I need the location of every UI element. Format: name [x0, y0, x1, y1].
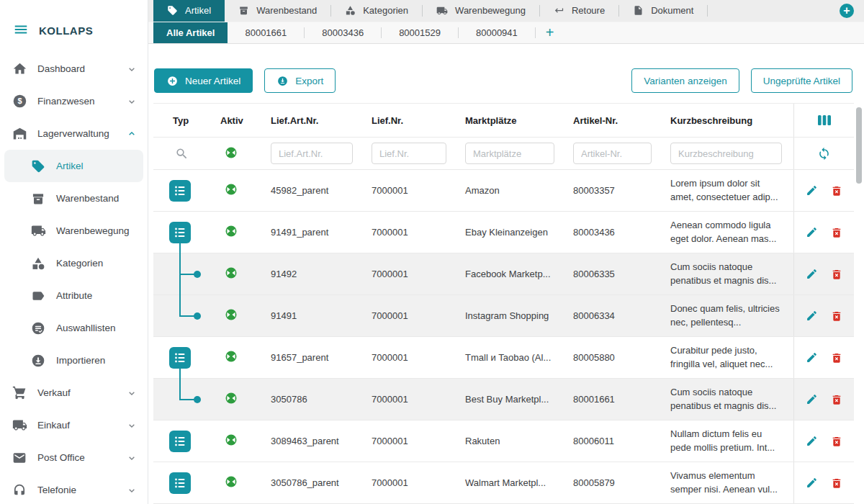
sidebar: KOLLAPS Dashboard $ Finanzwesen Lagerver…	[0, 0, 148, 504]
filter-artikel-nr-input[interactable]	[573, 143, 652, 164]
article-type-list-icon[interactable]	[169, 180, 191, 202]
tab-warenbestand[interactable]: Warenbestand	[225, 0, 330, 22]
table-row[interactable]: 3089463_parent 7000001 Rakuten 80006011 …	[153, 420, 854, 462]
active-status-icon[interactable]	[225, 225, 238, 240]
table-row[interactable]: 45982_parent 7000001 Amazon 80003357 Lor…	[153, 170, 854, 212]
delete-trash-icon[interactable]	[831, 352, 842, 364]
edit-pencil-icon[interactable]	[806, 351, 818, 364]
active-status-icon[interactable]	[225, 350, 238, 365]
edit-pencil-icon[interactable]	[806, 184, 818, 197]
add-article-tab-button[interactable]: +	[536, 24, 564, 41]
tab-retoure[interactable]: Retoure	[540, 0, 618, 22]
chevron-down-icon	[126, 63, 138, 75]
cell-marktplatz: Amazon	[458, 185, 566, 196]
tab-kategorien[interactable]: Kategorien	[331, 0, 422, 22]
cell-marktplatz: Facebook Marketp...	[458, 269, 566, 279]
active-filter-icon[interactable]	[225, 146, 238, 161]
export-button[interactable]: Export	[264, 68, 336, 93]
edit-pencil-icon[interactable]	[806, 310, 818, 322]
edit-pencil-icon[interactable]	[806, 393, 818, 405]
sidebar-item-post-office[interactable]: Post Office	[0, 441, 148, 474]
filter-kurzbeschreibung-input[interactable]	[670, 143, 782, 164]
sidebar-item-finanzwesen[interactable]: $ Finanzwesen	[0, 85, 148, 117]
table-row[interactable]: 91492 7000001 Facebook Marketp... 800063…	[153, 253, 854, 295]
edit-pencil-icon[interactable]	[806, 268, 818, 280]
cell-lief-nr: 7000001	[364, 227, 458, 238]
table-row[interactable]: 91657_parent 7000001 Tmall и Taobao (Al.…	[153, 337, 854, 379]
sidebar-item-warenbestand[interactable]: Warenbestand	[0, 182, 148, 215]
tree-branch-connector	[179, 315, 194, 317]
sidebar-item-lagerverwaltung[interactable]: Lagerverwaltung	[0, 117, 148, 150]
sidebar-item-importieren[interactable]: Importieren	[0, 344, 148, 377]
active-status-icon[interactable]	[225, 308, 238, 323]
delete-trash-icon[interactable]	[831, 436, 842, 447]
active-status-icon[interactable]	[225, 183, 238, 198]
sidebar-item-label: Einkauf	[37, 420, 116, 431]
table-row[interactable]: 3050786_parent 7000001 Walmart Marketpl.…	[153, 462, 854, 504]
new-article-button[interactable]: Neuer Artikel	[154, 68, 253, 93]
cell-kurzbeschreibung: Cum sociis natoque penatibus et magnis d…	[663, 254, 793, 294]
sidebar-item-attribute[interactable]: Attribute	[0, 279, 148, 312]
column-header-marktplaetze[interactable]: Marktplätze	[458, 115, 566, 126]
add-module-tab-button[interactable]: +	[840, 4, 854, 18]
filter-marktplaetze-input[interactable]	[465, 143, 554, 164]
delete-trash-icon[interactable]	[831, 394, 842, 405]
chevron-down-icon	[126, 452, 138, 464]
delete-trash-icon[interactable]	[831, 185, 842, 197]
tag-icon	[30, 158, 46, 174]
tab-label: Kategorien	[363, 5, 408, 16]
edit-pencil-icon[interactable]	[806, 477, 818, 489]
delete-trash-icon[interactable]	[831, 269, 842, 280]
active-status-icon[interactable]	[225, 392, 238, 407]
filter-lief-nr-input[interactable]	[372, 143, 446, 164]
tab-warenbewegung[interactable]: Warenbewegung	[423, 0, 539, 22]
sidebar-item-telefonie[interactable]: Telefonie	[0, 474, 148, 504]
column-header-lief-art-nr[interactable]: Lief.Art.Nr.	[264, 115, 364, 126]
button-label: Export	[295, 76, 323, 86]
column-header-kurzbeschreibung[interactable]: Kurzbeschreibung	[663, 115, 793, 126]
show-variants-button[interactable]: Varianten anzeigen	[631, 68, 739, 93]
sidebar-item-artikel[interactable]: Artikel	[4, 150, 143, 182]
sidebar-item-warenbewegung[interactable]: Warenbewegung	[0, 215, 148, 247]
table-row[interactable]: 91491 7000001 Instagram Shopping 8000633…	[153, 295, 854, 337]
tab-article-80000941[interactable]: 80000941	[459, 22, 535, 44]
delete-trash-icon[interactable]	[831, 310, 842, 322]
columns-icon[interactable]	[817, 114, 832, 127]
shapes-icon	[345, 5, 356, 16]
article-type-list-icon[interactable]	[169, 222, 191, 243]
tab-dokument[interactable]: Dokument	[619, 0, 707, 22]
edit-pencil-icon[interactable]	[806, 226, 818, 238]
column-header-artikel-nr[interactable]: Artikel-Nr.	[566, 115, 663, 126]
sidebar-item-auswahllisten[interactable]: Auswahllisten	[0, 312, 148, 344]
search-icon[interactable]	[175, 147, 189, 161]
filter-lief-art-nr-input[interactable]	[271, 143, 353, 164]
column-header-lief-nr[interactable]: Lief.Nr.	[364, 115, 458, 126]
tab-article-80003436[interactable]: 80003436	[305, 22, 381, 44]
article-type-list-icon[interactable]	[169, 347, 191, 369]
column-header-typ[interactable]: Typ	[153, 115, 216, 126]
tab-alle-artikel[interactable]: Alle Artikel	[153, 22, 228, 44]
column-header-aktiv[interactable]: Aktiv	[216, 115, 264, 126]
delete-trash-icon[interactable]	[831, 477, 842, 489]
article-type-list-icon[interactable]	[169, 431, 191, 452]
edit-pencil-icon[interactable]	[806, 435, 818, 447]
tab-article-80001529[interactable]: 80001529	[382, 22, 458, 44]
refresh-icon[interactable]	[817, 147, 831, 161]
unverified-articles-button[interactable]: Ungeprüfte Artikel	[751, 68, 852, 93]
active-status-icon[interactable]	[225, 433, 238, 449]
active-status-icon[interactable]	[225, 475, 238, 490]
sidebar-item-einkauf[interactable]: Einkauf	[0, 409, 148, 441]
delete-trash-icon[interactable]	[831, 227, 842, 238]
sidebar-item-kategorien[interactable]: Kategorien	[0, 247, 148, 279]
tab-artikel[interactable]: Artikel	[153, 0, 225, 22]
sidebar-item-dashboard[interactable]: Dashboard	[0, 53, 148, 85]
sidebar-item-verkauf[interactable]: Verkauf	[0, 377, 148, 409]
active-status-icon[interactable]	[225, 266, 238, 282]
article-type-list-icon[interactable]	[169, 472, 191, 494]
hamburger-menu-icon[interactable]	[13, 22, 29, 40]
vertical-scrollbar[interactable]	[856, 107, 862, 184]
table-row[interactable]: 3050786 7000001 Best Buy Marketpl... 800…	[153, 379, 854, 420]
button-label: Ungeprüfte Artikel	[763, 76, 840, 86]
table-row[interactable]: 91491_parent 7000001 Ebay Kleinanzeigen …	[153, 212, 854, 253]
tab-article-80001661[interactable]: 80001661	[228, 22, 304, 44]
